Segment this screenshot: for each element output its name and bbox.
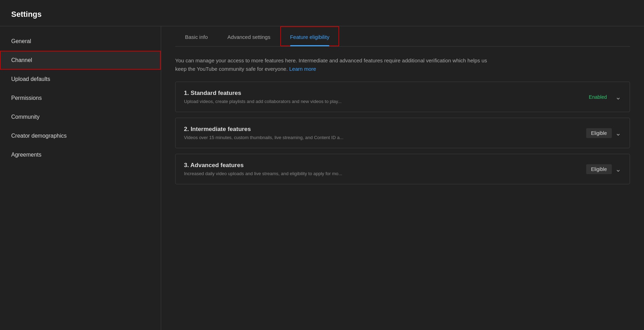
page-title: Settings [0, 0, 644, 26]
tab-advanced-settings[interactable]: Advanced settings [218, 26, 280, 46]
chevron-down-icon: ⌄ [615, 94, 621, 101]
feature-card-standard[interactable]: 1. Standard featuresUpload videos, creat… [175, 82, 630, 112]
sidebar-item-agreements[interactable]: Agreements [0, 145, 161, 164]
feature-card-title-intermediate: 2. Intermediate features [184, 126, 578, 133]
feature-card-right-advanced: Eligible⌄ [586, 164, 621, 174]
status-badge-advanced: Eligible [586, 164, 612, 174]
feature-card-left-standard: 1. Standard featuresUpload videos, creat… [184, 90, 576, 104]
chevron-down-icon: ⌄ [615, 166, 621, 173]
sidebar-item-community[interactable]: Community [0, 108, 161, 126]
chevron-down-icon: ⌄ [615, 130, 621, 137]
tabs-container: Basic infoAdvanced settingsFeature eligi… [175, 26, 630, 47]
sidebar-item-channel[interactable]: Channel [0, 51, 161, 70]
feature-card-right-intermediate: Eligible⌄ [586, 128, 621, 138]
feature-description: You can manage your access to more featu… [175, 56, 491, 73]
tab-basic-info[interactable]: Basic info [175, 26, 218, 46]
main-layout: GeneralChannelUpload defaultsPermissions… [0, 26, 644, 330]
feature-cards-container: 1. Standard featuresUpload videos, creat… [175, 82, 630, 184]
sidebar: GeneralChannelUpload defaultsPermissions… [0, 26, 161, 330]
sidebar-item-general[interactable]: General [0, 32, 161, 51]
tab-feature-eligibility[interactable]: Feature eligibility [280, 26, 340, 46]
learn-more-link[interactable]: Learn more [289, 66, 316, 72]
feature-card-desc-intermediate: Videos over 15 minutes, custom thumbnail… [184, 135, 578, 140]
description-text: You can manage your access to more featu… [175, 57, 487, 72]
sidebar-item-upload-defaults[interactable]: Upload defaults [0, 70, 161, 89]
sidebar-item-creator-demographics[interactable]: Creator demographics [0, 126, 161, 145]
sidebar-item-permissions[interactable]: Permissions [0, 89, 161, 108]
feature-card-right-standard: Enabled⌄ [584, 92, 621, 102]
feature-card-title-advanced: 3. Advanced features [184, 162, 578, 169]
feature-card-desc-standard: Upload videos, create playlists and add … [184, 99, 576, 104]
status-badge-intermediate: Eligible [586, 128, 612, 138]
feature-card-left-intermediate: 2. Intermediate featuresVideos over 15 m… [184, 126, 578, 140]
status-badge-standard: Enabled [584, 92, 612, 102]
page-container: Settings GeneralChannelUpload defaultsPe… [0, 0, 644, 330]
feature-card-intermediate[interactable]: 2. Intermediate featuresVideos over 15 m… [175, 118, 630, 148]
content-area: Basic infoAdvanced settingsFeature eligi… [161, 26, 644, 330]
feature-card-desc-advanced: Increased daily video uploads and live s… [184, 171, 578, 176]
feature-card-title-standard: 1. Standard features [184, 90, 576, 97]
feature-card-advanced[interactable]: 3. Advanced featuresIncreased daily vide… [175, 154, 630, 184]
feature-card-left-advanced: 3. Advanced featuresIncreased daily vide… [184, 162, 578, 176]
